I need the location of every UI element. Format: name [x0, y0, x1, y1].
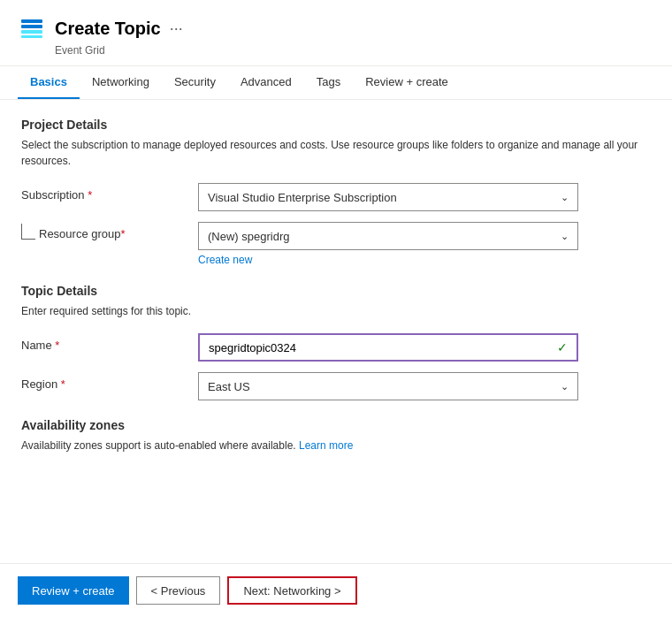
subscription-select[interactable]: Visual Studio Enterprise Subscription ⌄	[198, 183, 578, 211]
name-control: ✓	[198, 333, 578, 362]
svg-rect-2	[21, 30, 42, 34]
learn-more-link[interactable]: Learn more	[299, 439, 353, 452]
resource-group-select[interactable]: (New) spegridrg ⌄	[198, 222, 578, 250]
tab-networking[interactable]: Networking	[80, 66, 162, 99]
availability-zones-description: Availability zones support is auto-enabl…	[21, 438, 651, 453]
review-create-button[interactable]: Review + create	[18, 576, 129, 605]
topic-details-section: Topic Details Enter required settings fo…	[21, 284, 651, 400]
region-select[interactable]: East US ⌄	[198, 372, 578, 400]
tab-bar: Basics Networking Security Advanced Tags…	[0, 66, 672, 100]
availability-zones-section: Availability zones Availability zones su…	[21, 418, 651, 453]
name-label: Name *	[21, 333, 198, 352]
previous-button[interactable]: < Previous	[136, 576, 221, 605]
resource-group-required: *	[121, 227, 126, 240]
availability-zones-title: Availability zones	[21, 418, 651, 432]
svg-rect-1	[21, 25, 42, 28]
next-networking-button[interactable]: Next: Networking >	[227, 576, 356, 605]
project-details-section: Project Details Select the subscription …	[21, 118, 651, 266]
region-chevron-icon: ⌄	[561, 381, 569, 392]
svg-rect-0	[21, 19, 42, 23]
subscription-label: Subscription *	[21, 183, 198, 202]
subscription-row: Subscription * Visual Studio Enterprise …	[21, 183, 651, 211]
name-required: *	[55, 339, 59, 352]
topic-details-description: Enter required settings for this topic.	[21, 303, 651, 319]
name-input-wrapper: ✓	[198, 333, 578, 362]
create-new-link[interactable]: Create new	[198, 254, 651, 266]
subscription-control: Visual Studio Enterprise Subscription ⌄	[198, 183, 578, 211]
resource-group-label-area: Resource group *	[21, 222, 198, 240]
region-required: *	[61, 377, 65, 391]
tab-review-create[interactable]: Review + create	[353, 66, 461, 99]
tab-tags[interactable]: Tags	[304, 66, 353, 99]
region-row: Region * East US ⌄	[21, 372, 651, 400]
resource-group-value: (New) spegridrg	[208, 230, 289, 243]
resource-group-label: Resource group	[39, 227, 121, 240]
page-header: Create Topic ··· Event Grid	[0, 0, 672, 66]
subscription-value: Visual Studio Enterprise Subscription	[208, 191, 397, 204]
project-details-description: Select the subscription to manage deploy…	[21, 137, 651, 169]
rg-line	[21, 224, 35, 240]
name-row: Name * ✓	[21, 333, 651, 362]
topic-details-title: Topic Details	[21, 284, 651, 298]
tab-security[interactable]: Security	[162, 66, 228, 99]
subscription-chevron-icon: ⌄	[561, 192, 569, 203]
project-details-title: Project Details	[21, 118, 651, 132]
name-input[interactable]	[209, 341, 557, 354]
tab-basics[interactable]: Basics	[18, 66, 80, 99]
resource-group-row: Resource group * (New) spegridrg ⌄	[21, 222, 651, 250]
footer: Review + create < Previous Next: Network…	[0, 563, 672, 617]
tab-advanced[interactable]: Advanced	[228, 66, 304, 99]
subscription-required: *	[88, 188, 92, 202]
region-value: East US	[208, 380, 250, 393]
region-label: Region *	[21, 372, 198, 391]
page-subtitle: Event Grid	[55, 44, 654, 57]
resource-icon	[18, 14, 46, 42]
more-options-icon[interactable]: ···	[170, 19, 183, 38]
svg-rect-3	[21, 35, 42, 38]
main-content: Project Details Select the subscription …	[0, 100, 672, 563]
resource-group-chevron-icon: ⌄	[561, 231, 569, 242]
resource-group-control: (New) spegridrg ⌄	[198, 222, 578, 250]
region-control: East US ⌄	[198, 372, 578, 400]
input-check-icon: ✓	[557, 340, 568, 354]
page-title: Create Topic	[55, 19, 161, 39]
rg-indent: Resource group *	[21, 227, 126, 240]
